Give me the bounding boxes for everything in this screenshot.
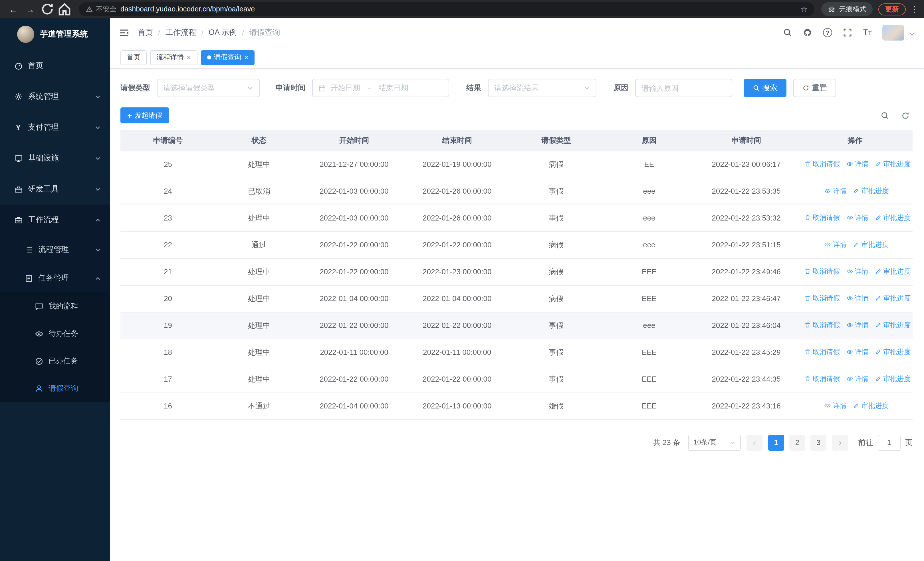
detail-link[interactable]: 详情 xyxy=(824,186,847,196)
browser-back-icon[interactable]: ← xyxy=(6,2,21,17)
page-2-button[interactable]: 2 xyxy=(789,435,805,450)
refresh-icon[interactable] xyxy=(900,110,910,120)
font-size-icon[interactable]: TT xyxy=(862,27,873,38)
breadcrumb-home[interactable]: 首页 xyxy=(138,27,153,38)
approval-progress-link[interactable]: 审批进度 xyxy=(874,374,910,384)
cell-actions: 取消请假详情审批进度 xyxy=(798,258,913,285)
cancel-leave-link[interactable]: 取消请假 xyxy=(804,213,840,223)
sidebar-logo[interactable]: 芋道管理系统 xyxy=(0,18,110,50)
approval-progress-link[interactable]: 审批进度 xyxy=(874,347,910,357)
sidebar-item-done-tasks[interactable]: 已办任务 xyxy=(0,347,110,375)
detail-link[interactable]: 详情 xyxy=(846,294,868,303)
approval-progress-link[interactable]: 审批进度 xyxy=(874,159,910,169)
detail-link[interactable]: 详情 xyxy=(846,159,868,169)
sidebar-item-pending-tasks[interactable]: 待办任务 xyxy=(0,320,110,347)
approval-progress-link[interactable]: 审批进度 xyxy=(853,186,889,196)
browser-update-button[interactable]: 更新 xyxy=(878,3,906,15)
table-row: 18处理中2022-01-11 00:00:002022-01-11 00:00… xyxy=(120,339,913,365)
cancel-leave-link[interactable]: 取消请假 xyxy=(804,267,840,277)
cancel-leave-link[interactable]: 取消请假 xyxy=(804,374,840,384)
detail-label: 详情 xyxy=(855,294,868,303)
approval-progress-link[interactable]: 审批进度 xyxy=(853,401,889,411)
tab-home[interactable]: 首页 xyxy=(120,50,147,65)
table-row: 24已取消2022-01-03 00:00:002022-01-26 00:00… xyxy=(120,177,913,205)
chevron-down-icon xyxy=(95,124,101,131)
detail-link[interactable]: 详情 xyxy=(824,240,847,250)
approval-progress-link[interactable]: 审批进度 xyxy=(874,267,910,277)
close-icon[interactable]: × xyxy=(187,54,191,61)
breadcrumb-separator: / xyxy=(201,28,204,37)
sidebar-item-devtools[interactable]: 研发工具 xyxy=(0,174,110,205)
detail-link[interactable]: 详情 xyxy=(846,320,868,330)
cell-apply-id: 17 xyxy=(120,365,216,393)
approval-progress-link[interactable]: 审批进度 xyxy=(874,294,910,303)
apply-time-range-picker[interactable]: 开始日期 - 结束日期 xyxy=(312,79,449,97)
toggle-search-icon[interactable] xyxy=(879,110,890,120)
detail-link[interactable]: 详情 xyxy=(846,347,868,357)
approval-progress-link[interactable]: 审批进度 xyxy=(874,213,910,223)
search-button[interactable]: 搜索 xyxy=(744,79,786,97)
sidebar-item-home[interactable]: 首页 xyxy=(0,50,110,81)
detail-link[interactable]: 详情 xyxy=(846,374,868,384)
detail-link[interactable]: 详情 xyxy=(824,401,847,411)
github-icon[interactable] xyxy=(802,27,813,38)
approval-progress-link[interactable]: 审批进度 xyxy=(874,320,910,330)
progress-icon xyxy=(853,188,860,194)
leave-type-select[interactable]: 请选择请假类型 xyxy=(157,79,260,97)
reason-input[interactable] xyxy=(642,84,726,92)
yen-icon: ¥ xyxy=(14,123,23,132)
page-3-button[interactable]: 3 xyxy=(810,435,826,450)
sidebar-item-label: 已办任务 xyxy=(48,356,78,366)
detail-link[interactable]: 详情 xyxy=(846,267,868,277)
fullscreen-icon[interactable] xyxy=(842,27,853,38)
sidebar-item-my-processes[interactable]: 我的流程 xyxy=(0,292,110,320)
detail-icon xyxy=(824,188,831,194)
cell-start-time: 2022-01-04 00:00:00 xyxy=(303,393,405,419)
tab-process-detail[interactable]: 流程详情 × xyxy=(150,50,197,65)
cell-actions: 取消请假详情审批进度 xyxy=(798,365,913,393)
sidebar-item-process-management[interactable]: 流程管理 xyxy=(0,235,110,264)
tab-leave-query[interactable]: 请假查询 × xyxy=(201,50,255,65)
sidebar-item-leave-query[interactable]: 请假查询 xyxy=(0,375,110,402)
close-icon[interactable]: × xyxy=(244,54,248,61)
page-size-select[interactable]: 10条/页 xyxy=(688,435,741,450)
next-page-button[interactable]: › xyxy=(832,435,848,450)
breadcrumb-current: 请假查询 xyxy=(249,27,280,38)
browser-home-icon[interactable] xyxy=(57,2,72,17)
result-select[interactable]: 请选择流结果 xyxy=(488,79,596,97)
search-button-label: 搜索 xyxy=(762,83,777,93)
cancel-leave-link[interactable]: 取消请假 xyxy=(804,294,840,303)
cancel-leave-link[interactable]: 取消请假 xyxy=(804,159,840,169)
sidebar-item-payment[interactable]: ¥ 支付管理 xyxy=(0,112,110,143)
sidebar-item-infrastructure[interactable]: 基础设施 xyxy=(0,143,110,174)
bookmark-star-icon[interactable]: ☆ xyxy=(801,5,808,14)
security-warning[interactable]: 不安全 xyxy=(86,4,116,14)
goto-page-input[interactable] xyxy=(878,435,901,450)
browser-reload-icon[interactable] xyxy=(40,2,55,17)
sidebar-item-system[interactable]: 系统管理 xyxy=(0,81,110,112)
breadcrumb-workflow[interactable]: 工作流程 xyxy=(165,27,196,38)
cancel-leave-link[interactable]: 取消请假 xyxy=(804,320,840,330)
breadcrumb-oa-example[interactable]: OA 示例 xyxy=(208,27,237,38)
plus-icon: + xyxy=(127,111,132,119)
search-icon[interactable] xyxy=(783,27,793,38)
reset-button[interactable]: 重置 xyxy=(793,79,836,97)
progress-label: 审批进度 xyxy=(883,294,910,303)
detail-link[interactable]: 详情 xyxy=(846,213,868,223)
cancel-leave-link[interactable]: 取消请假 xyxy=(804,347,840,357)
page-1-button[interactable]: 1 xyxy=(768,435,784,450)
sidebar-toggle-icon[interactable] xyxy=(118,27,129,38)
chevron-down-icon[interactable] xyxy=(909,29,915,40)
cell-start-time: 2022-01-04 00:00:00 xyxy=(303,285,405,312)
browser-forward-icon[interactable]: → xyxy=(23,2,38,17)
create-leave-button[interactable]: + 发起请假 xyxy=(120,107,169,123)
help-icon[interactable]: ? xyxy=(822,27,832,38)
sidebar-item-task-management[interactable]: 任务管理 xyxy=(0,264,110,292)
approval-progress-link[interactable]: 审批进度 xyxy=(853,240,889,250)
avatar[interactable] xyxy=(882,25,904,40)
address-bar[interactable]: 不安全 dashboard.yudao.iocoder.cn/bpm/oa/le… xyxy=(79,2,814,16)
detail-icon xyxy=(846,349,853,356)
browser-menu-icon[interactable]: ⋮ xyxy=(910,5,918,14)
sidebar-item-workflow[interactable]: 工作流程 xyxy=(0,205,110,235)
prev-page-button[interactable]: ‹ xyxy=(747,435,762,450)
